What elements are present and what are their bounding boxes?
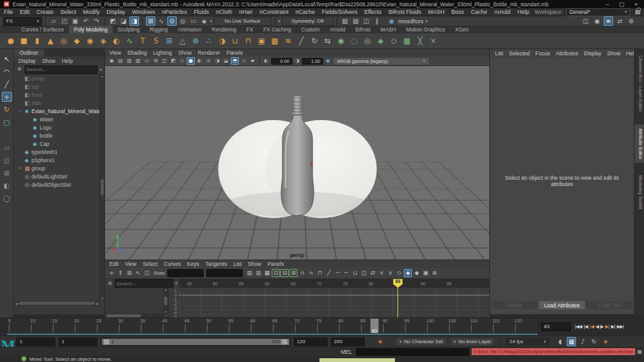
template-channel-icon[interactable]: ▣ [421,269,430,277]
attribute-editor-menu-item[interactable]: Focus [535,50,550,57]
type-table-icon[interactable]: ⊞ [164,35,175,47]
menu-item[interactable]: Arnold [494,9,511,15]
menu-item[interactable]: Effects [364,9,381,15]
absolute-view-icon[interactable]: ▤ [245,269,253,277]
graph-editor-menu-item[interactable]: Panels [267,261,284,267]
scroll-left-icon[interactable]: ◀ [15,302,18,305]
maximize-button[interactable]: ▢ [619,1,625,8]
menu-item[interactable]: File [4,9,13,15]
range-slider[interactable]: 1 120 [101,337,291,346]
menu-item[interactable]: nConstraint [260,9,289,15]
select-object-icon[interactable]: ◪ [119,16,128,26]
workspace-dropdown[interactable]: General* ▾ [566,8,630,16]
target-weld-icon[interactable]: × [428,35,439,47]
mel-label[interactable]: MEL [341,349,352,355]
exposure-field[interactable]: 0.00 [271,58,292,65]
separate-icon[interactable]: ⊓ [243,35,254,47]
render-view-icon[interactable]: ▧ [340,16,350,26]
current-frame-field[interactable]: 83 [541,322,571,331]
value-snap-icon[interactable]: ◆ [413,269,421,277]
character-set-dropdown[interactable]: ▾ No Character Set [396,337,447,346]
shelf-tab[interactable]: Arnold [325,26,350,33]
outliner-menu-item[interactable]: Display [18,58,36,64]
go-to-start-button[interactable]: |◀◀ [574,322,582,331]
curves-icon[interactable]: ∿ [124,35,135,47]
graph-editor-menu-item[interactable]: View [125,261,136,267]
graph-editor-menu-item[interactable]: Select [143,261,158,267]
scroll-up-icon[interactable]: ▲ [164,288,167,292]
shelf-tab[interactable]: Rendering [207,26,242,33]
bookmarks-icon[interactable]: ▥ [125,57,133,65]
time-slider-track[interactable]: 5 10 15 20 25 30 35 [6,317,538,336]
shelf-tab[interactable]: FX Caching [258,26,296,33]
menu-item[interactable]: nCloth [216,9,232,15]
range-end-handle[interactable] [282,339,287,344]
poly-torus-icon[interactable]: ◎ [58,35,69,47]
layout-saved-icon[interactable]: ◫ [160,57,169,65]
command-line-error[interactable]: // Error: file: D:/Maya2022/scripts/othe… [472,348,635,355]
live-surface-field[interactable]: No Live Surface [214,17,272,26]
graph-editor-menu-item[interactable]: Tangents [205,261,227,267]
script-editor-icon[interactable]: ▦ [636,349,643,355]
layout-single-icon[interactable]: ▭ [143,57,151,65]
outliner-item-psphere1[interactable]: pSphere1 [14,156,104,164]
menu-item[interactable]: nHair [239,9,253,15]
fps-dropdown[interactable]: 24 fps ▾ [506,337,550,346]
viewport-menu-item[interactable]: Renderer [198,50,220,56]
viewport-menu-item[interactable]: Lighting [153,50,172,56]
filter-icon[interactable]: ⊞ [16,67,23,73]
menu-item[interactable]: Help [518,9,530,15]
scroll-down-icon[interactable]: ▼ [101,297,104,300]
new-scene-icon[interactable]: ▱ [49,16,58,26]
symmetry-field[interactable]: Symmetry: Off [282,17,333,26]
playback-end-field[interactable]: 120 [294,337,328,346]
chevron-down-icon[interactable]: ▾ [175,281,177,286]
stats-time-field[interactable] [167,269,204,277]
origin-icon[interactable]: ∴ [203,35,214,47]
smooth-icon[interactable]: ≋ [282,35,294,47]
current-time-marker[interactable]: 83 [370,319,379,333]
shelf-tab[interactable]: Custom [296,26,325,33]
outliner-item-typemesh1[interactable]: typeMesh1 [14,148,104,156]
shelf-tab[interactable]: MASH [375,26,401,33]
lights-icon[interactable]: ◑ [213,57,221,65]
graph-playhead[interactable] [397,288,398,318]
attribute-editor-menu-item[interactable]: Show [607,50,620,57]
set-key-icon[interactable]: ∗ [601,337,610,346]
shelf-tab[interactable]: Curves / Surfaces [16,26,69,33]
viewport-menu-item[interactable]: Show [178,50,191,56]
smooth-proxy-icon[interactable]: ▦ [401,35,413,47]
tree-expander[interactable]: + [19,166,25,170]
shadows-icon[interactable]: ◒ [222,57,230,65]
chevron-down-icon[interactable]: ▾ [210,19,213,24]
buffer-view-icon[interactable]: ◫ [143,269,151,277]
break-tangents-icon[interactable]: × [377,269,386,277]
backface-culling-icon[interactable]: ▰ [248,57,257,65]
super-shape-icon[interactable]: ◐ [111,35,122,47]
current-frame-flag[interactable]: 83 [393,279,402,288]
shelf-tab[interactable]: Bifrost [350,26,375,33]
menu-item[interactable]: nParticles [162,9,187,15]
graph-editor-menu-item[interactable]: Keys [187,261,199,267]
reduce-icon[interactable]: ▩ [269,35,280,47]
menu-item[interactable]: nCache [296,9,315,15]
range-start-handle[interactable] [104,339,109,344]
step-forward-key-button[interactable]: ▶| [604,322,609,331]
time-snap-icon[interactable]: ◈ [404,269,412,277]
swap-buffer-icon[interactable]: ⇄ [369,269,377,277]
clamped-tangent-icon[interactable]: ⊓ [316,269,324,277]
scroll-down-icon[interactable]: ▼ [164,310,167,314]
gamma-field[interactable]: 1.00 [302,58,323,65]
unify-tangents-icon[interactable]: ∧ [386,269,394,277]
menu-item[interactable]: Select [60,9,76,15]
outliner-vertical-scrollbar[interactable]: ▲ ▼ [99,74,104,300]
move-key-icon[interactable]: + [108,269,116,277]
poly-cube-icon[interactable]: ■ [18,35,30,47]
viewport-scene[interactable]: persp [105,66,489,260]
snap-to-curve-icon[interactable]: ∿ [157,16,166,26]
graph-editor-menu-item[interactable]: Edit [109,261,119,267]
colorspace-dropdown[interactable]: sRGB gamma (legacy) ▾ [333,57,430,65]
layout-two-pane[interactable]: ◫ [2,156,12,166]
poly-cylinder-icon[interactable]: ▮ [31,35,43,47]
layout-single-pane[interactable]: ▭ [2,143,12,153]
